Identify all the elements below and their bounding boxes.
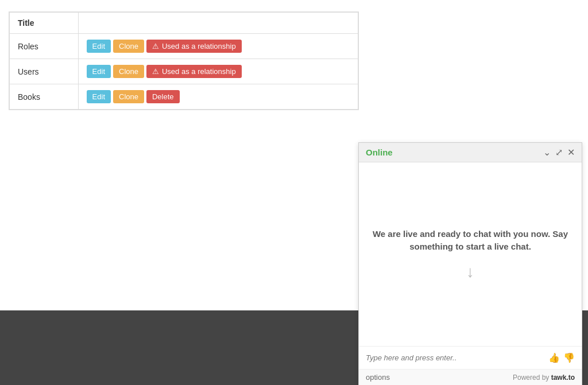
delete-button[interactable]: Delete [146,90,180,103]
edit-button[interactable]: Edit [87,40,111,53]
clone-button[interactable]: Clone [113,65,144,78]
row-actions: EditCloneDelete [78,84,358,110]
row-title: Roles [10,34,79,59]
edit-button[interactable]: Edit [87,90,111,103]
table-row: UsersEditClone⚠ Used as a relationship [10,59,358,84]
clone-button[interactable]: Clone [113,40,144,53]
row-actions: EditClone⚠ Used as a relationship [78,59,358,84]
title-column-header: Title [10,13,79,34]
row-title: Users [10,59,79,84]
row-title: Books [10,84,79,110]
items-table: Title RolesEditClone⚠ Used as a relation… [9,12,358,110]
warning-badge: ⚠ Used as a relationship [146,65,242,78]
clone-button[interactable]: Clone [113,90,144,103]
table-row: BooksEditCloneDelete [10,84,358,110]
warning-icon: ⚠ [152,42,159,50]
warning-icon: ⚠ [152,67,159,76]
edit-button[interactable]: Edit [87,65,111,78]
table-row: RolesEditClone⚠ Used as a relationship [10,34,358,59]
warning-badge: ⚠ Used as a relationship [146,40,242,53]
row-actions: EditClone⚠ Used as a relationship [78,34,358,59]
actions-column-header [78,13,358,34]
main-table-container: Title RolesEditClone⚠ Used as a relation… [9,11,359,110]
